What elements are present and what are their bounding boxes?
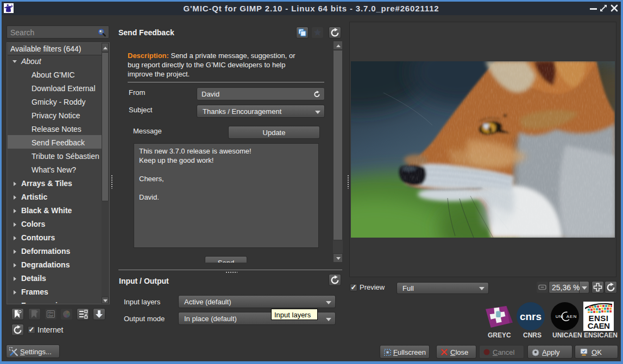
svg-text:Def: Def — [48, 314, 53, 317]
svg-text:cnrs: cnrs — [520, 311, 542, 322]
svg-text:CAEN: CAEN — [588, 321, 610, 330]
svg-text:AEN: AEN — [567, 314, 577, 319]
